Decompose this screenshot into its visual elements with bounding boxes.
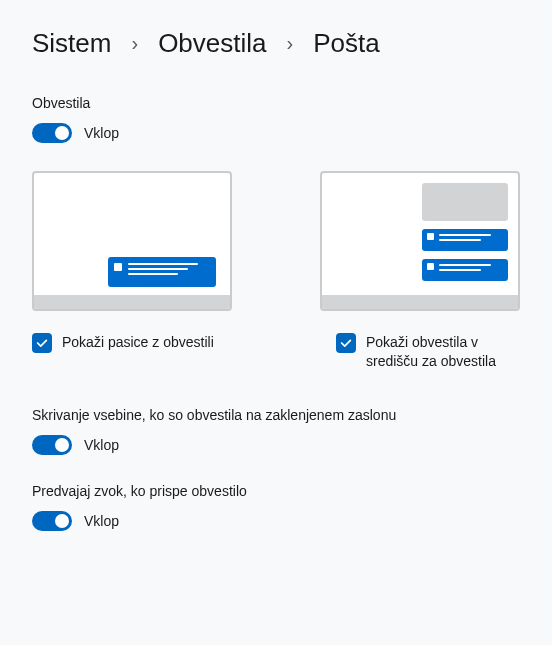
hide-lock-label: Skrivanje vsebine, ko so obvestila na za…: [32, 407, 520, 423]
show-action-center-checkbox[interactable]: [336, 333, 356, 353]
toggle-knob-icon: [55, 438, 69, 452]
show-action-center-label: Pokaži obvestila v središču za obvestila: [366, 333, 520, 371]
check-icon: [339, 336, 353, 350]
toggle-knob-icon: [55, 126, 69, 140]
notifications-toggle[interactable]: [32, 123, 72, 143]
toggle-knob-icon: [55, 514, 69, 528]
sound-label: Predvajaj zvok, ko prispe obvestilo: [32, 483, 520, 499]
breadcrumb: Sistem › Obvestila › Pošta: [32, 28, 520, 59]
show-banners-checkbox[interactable]: [32, 333, 52, 353]
taskbar-icon: [34, 295, 230, 309]
notifications-setting: Obvestila Vklop: [32, 95, 520, 143]
sound-setting: Predvajaj zvok, ko prispe obvestilo Vklo…: [32, 483, 520, 531]
breadcrumb-mail[interactable]: Pošta: [313, 28, 380, 59]
show-banners-label: Pokaži pasice z obvestili: [62, 333, 214, 352]
notifications-toggle-state: Vklop: [84, 125, 119, 141]
hide-lock-toggle-row: Vklop: [32, 435, 520, 455]
action-center-icon: [422, 183, 508, 291]
check-icon: [35, 336, 49, 350]
taskbar-icon: [322, 295, 518, 309]
banner-preview[interactable]: [32, 171, 232, 311]
notifications-label: Obvestila: [32, 95, 520, 111]
notifications-toggle-row: Vklop: [32, 123, 520, 143]
notification-style-previews: [32, 171, 520, 311]
notification-style-checks: Pokaži pasice z obvestili Pokaži obvesti…: [32, 333, 520, 371]
sound-toggle-state: Vklop: [84, 513, 119, 529]
action-center-preview[interactable]: [320, 171, 520, 311]
sound-toggle-row: Vklop: [32, 511, 520, 531]
hide-lock-toggle[interactable]: [32, 435, 72, 455]
sound-toggle[interactable]: [32, 511, 72, 531]
breadcrumb-system[interactable]: Sistem: [32, 28, 111, 59]
show-action-center-row: Pokaži obvestila v središču za obvestila: [320, 333, 520, 371]
chevron-right-icon: ›: [131, 32, 138, 55]
chevron-right-icon: ›: [287, 32, 294, 55]
hide-lock-toggle-state: Vklop: [84, 437, 119, 453]
show-banners-row: Pokaži pasice z obvestili: [32, 333, 232, 371]
hide-lock-setting: Skrivanje vsebine, ko so obvestila na za…: [32, 407, 520, 455]
banner-notification-icon: [108, 257, 216, 287]
breadcrumb-notifications[interactable]: Obvestila: [158, 28, 266, 59]
